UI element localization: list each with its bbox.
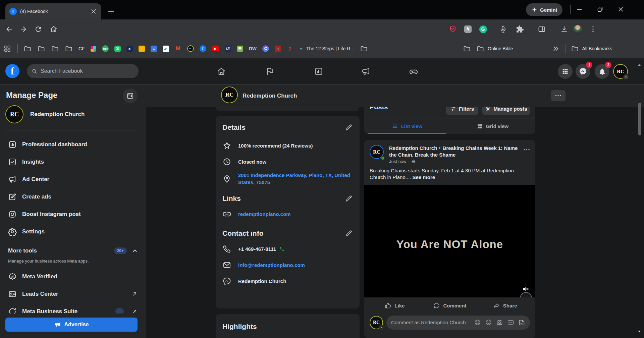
tab-close-icon[interactable] xyxy=(90,8,97,15)
all-bookmarks[interactable]: All Bookmarks xyxy=(571,45,612,53)
facebook-search-input[interactable]: Search Facebook xyxy=(27,64,139,78)
bookmark-folder-icon[interactable] xyxy=(37,45,45,53)
edit-details-icon[interactable] xyxy=(345,123,353,131)
bookmark-folder-icon[interactable] xyxy=(360,45,368,53)
forward-icon[interactable] xyxy=(19,25,28,33)
sidebar-item-settings[interactable]: Settings xyxy=(0,223,146,240)
downloads-icon[interactable] xyxy=(560,25,568,33)
edit-contact-icon[interactable] xyxy=(345,229,353,237)
scrollbar-thumb[interactable] xyxy=(638,103,641,135)
sticker-icon[interactable] xyxy=(518,319,525,326)
docs-bookmark-icon[interactable]: ≡ xyxy=(151,46,157,52)
nav-gaming-icon[interactable] xyxy=(409,67,418,76)
home-icon[interactable] xyxy=(50,25,58,33)
nav-insights-chart-icon[interactable] xyxy=(314,67,323,76)
calendar-bookmark-icon[interactable]: 24 xyxy=(163,46,169,52)
bookmark-cf-label[interactable]: CF xyxy=(78,46,85,51)
camera-icon[interactable] xyxy=(496,319,503,326)
profile-avatar-button[interactable]: RC xyxy=(613,64,628,79)
rc-bookmark-icon[interactable]: RC xyxy=(187,45,194,52)
nav-home-icon[interactable] xyxy=(217,67,226,76)
browser-menu-icon[interactable] xyxy=(589,25,597,33)
address-row[interactable]: 2001 Independence Parkway, Plano, TX, Un… xyxy=(222,170,353,188)
subsplash-bookmark-icon[interactable]: S xyxy=(114,46,121,52)
phone-row[interactable]: +1 469-467-8111 xyxy=(222,241,353,257)
window-minimize-button[interactable] xyxy=(572,3,587,16)
back-icon[interactable] xyxy=(5,25,13,33)
share-button[interactable]: Share xyxy=(477,299,533,312)
facebook-logo[interactable]: f xyxy=(5,64,19,78)
comment-avatar[interactable]: RC xyxy=(370,316,383,329)
nav-ads-megaphone-icon[interactable] xyxy=(361,67,371,76)
online-bible-bookmark[interactable]: Online Bible xyxy=(476,45,513,53)
pocket-extension-icon[interactable] xyxy=(448,25,457,34)
apps-grid-icon[interactable] xyxy=(3,45,11,53)
avatar-sticker-icon[interactable] xyxy=(474,319,481,326)
comment-input[interactable] xyxy=(391,320,470,325)
bookmark-folder-icon[interactable] xyxy=(23,45,32,53)
post-menu-icon[interactable] xyxy=(523,146,531,154)
canva-bookmark-icon[interactable]: C xyxy=(262,45,269,52)
sidebar-item-leads-center[interactable]: Leads Center xyxy=(0,285,146,303)
sidebar-item-insights[interactable]: Insights xyxy=(0,153,146,171)
browser-profile-avatar[interactable] xyxy=(573,25,582,34)
list-bookmark-icon[interactable]: ☰ xyxy=(237,46,243,52)
mute-icon[interactable] xyxy=(522,285,529,293)
gemini-button[interactable]: Gemini xyxy=(526,3,562,16)
edit-links-icon[interactable] xyxy=(345,194,353,203)
ui-bookmark-icon[interactable]: UI xyxy=(225,46,231,52)
collapse-sidebar-button[interactable] xyxy=(123,89,138,103)
menu-grid-button[interactable] xyxy=(558,64,573,79)
nav-pages-flag-icon[interactable] xyxy=(265,67,275,76)
tab-grid-view[interactable]: Grid view xyxy=(450,118,535,134)
advertise-button[interactable]: Advertise xyxy=(5,318,138,332)
see-more-link[interactable]: See more xyxy=(413,174,435,180)
comment-button[interactable]: Comment xyxy=(422,299,478,312)
scrollbar-up-arrow[interactable] xyxy=(637,62,642,68)
new-tab-button[interactable] xyxy=(107,7,115,16)
bookmark-folder-icon[interactable] xyxy=(463,45,471,53)
scrollbar-down-arrow[interactable] xyxy=(637,329,642,334)
tree-bookmark-icon[interactable]: ♣ xyxy=(126,46,133,52)
tab-list-view[interactable]: List view xyxy=(364,118,450,134)
website-row[interactable]: redemptionplano.com xyxy=(222,206,353,222)
messenger-row[interactable]: Redemption Church xyxy=(222,273,353,289)
post-author-avatar[interactable]: RC xyxy=(370,145,385,160)
mic-icon[interactable] xyxy=(499,25,507,33)
window-restore-button[interactable] xyxy=(592,3,608,16)
sidebar-item-ad-center[interactable]: Ad Center xyxy=(0,171,146,188)
sidebar-item-create-ads[interactable]: Create ads xyxy=(0,188,146,206)
more-tools-header[interactable]: More tools 20+ xyxy=(8,247,138,254)
reload-icon[interactable] xyxy=(34,25,42,33)
active-tab[interactable]: f (4) Facebook xyxy=(5,3,101,19)
side-panel-icon[interactable] xyxy=(538,25,546,33)
comment-input-pill[interactable] xyxy=(386,316,530,330)
sidebar-item-meta-verified[interactable]: Meta Verified xyxy=(0,268,146,285)
audiobook-bookmark-icon[interactable]: ∩ xyxy=(275,46,281,52)
gmail-bookmark-icon[interactable]: M xyxy=(175,45,181,52)
twelve-steps-bookmark[interactable]: The 12 Steps | Life R... xyxy=(299,46,354,51)
gif-icon[interactable] xyxy=(507,319,514,326)
sidebar-page-row[interactable]: RC Redemption Church xyxy=(5,105,85,123)
emoji-icon[interactable] xyxy=(485,319,492,326)
grammarly-extension-icon[interactable]: G xyxy=(479,25,487,34)
gloo-bookmark-icon[interactable]: gloo xyxy=(102,45,109,52)
question-bookmark-icon[interactable]: ? xyxy=(287,46,293,52)
post-title[interactable]: Redemption ChurchBreaking Chains Week 1:… xyxy=(389,145,530,158)
page-more-button[interactable] xyxy=(551,90,566,101)
dw-bookmark-icon[interactable]: DW xyxy=(249,46,257,51)
youtube-bookmark-icon[interactable]: ▶ xyxy=(212,46,219,51)
email-row[interactable]: info@redemptionplano.com xyxy=(222,257,353,273)
post-video[interactable]: You Are NOT Alone xyxy=(364,185,535,297)
sidebar-item-meta-business-suite[interactable]: Meta Business Suite xyxy=(0,303,146,314)
slack-bookmark-icon[interactable] xyxy=(91,46,96,52)
extensions-puzzle-icon[interactable] xyxy=(516,25,524,33)
bookmark-folder-icon[interactable] xyxy=(51,45,59,53)
sidebar-item-boost-instagram[interactable]: Boost Instagram post xyxy=(0,206,146,223)
bookmark-folder-icon[interactable] xyxy=(65,45,73,53)
window-close-button[interactable] xyxy=(613,3,629,16)
like-button[interactable]: Like xyxy=(367,299,422,312)
bookmarks-overflow-chevron-icon[interactable] xyxy=(552,45,559,52)
keep-bookmark-icon[interactable]: ○ xyxy=(139,46,145,52)
facebook-bookmark-icon[interactable]: f xyxy=(200,45,206,52)
